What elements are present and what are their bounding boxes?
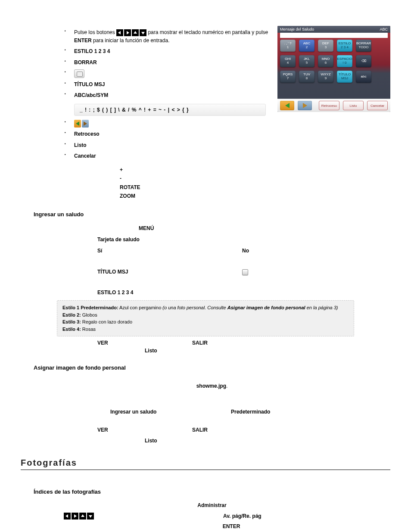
svg-marker-4 [65, 514, 68, 518]
s1-em1: (o una foto personal. Consulte [162, 305, 227, 310]
text: Pulse los botones [74, 29, 116, 35]
backspace-icon [74, 69, 84, 78]
tarjeta-label: Tarjeta de saludo [97, 236, 140, 243]
svg-marker-7 [89, 515, 92, 518]
minus-label: - [120, 174, 390, 183]
text: para iniciar la función de entrada. [93, 37, 169, 44]
mini-nav-icons [74, 120, 89, 128]
osd-btn-retroceso[interactable]: Retroceso [319, 101, 339, 110]
salir-label: SALIR [192, 340, 208, 346]
svg-marker-6 [81, 514, 84, 517]
plus-label: + [120, 165, 390, 174]
s4-text: Rosas [81, 327, 96, 332]
symbol-row: _ ! : ; $ ( ) [ ] \ & / % ^ ! + = ~ - | … [74, 104, 266, 116]
bullet-estilo: ESTILO 1 2 3 4 [65, 47, 390, 56]
zoom-label: ZOOM [120, 192, 390, 200]
heading-ingresar-saludo: Ingresar un saludo [34, 210, 390, 219]
si-label: Sí [97, 248, 102, 254]
listo-label: Listo [145, 348, 157, 354]
arrow-up-icon [132, 29, 139, 36]
label: Cancelar [74, 153, 96, 159]
heading-asignar-fondo: Asignar imagen de fondo personal [34, 363, 390, 373]
s1-text: Azul con pergamino [118, 305, 163, 310]
arrow-left-icon [64, 513, 71, 520]
svg-marker-0 [118, 31, 121, 34]
heading-indices: Índices de las fotografías [34, 487, 390, 497]
enter-label: ENTER [74, 37, 92, 44]
s2-text: Globos [81, 312, 97, 317]
bullet-retroceso: Retroceso [65, 130, 390, 138]
s3-label: Estilo 3: [62, 319, 81, 324]
s3-text: Regalo con lazo dorado [81, 319, 132, 324]
menu-label: MENÚ [139, 225, 154, 231]
file-name: showme.jpg [196, 383, 226, 389]
label: ABC/abc/SYM [74, 92, 108, 98]
label: ESTILO 1 2 3 4 [74, 48, 110, 54]
arrow-left-icon [116, 29, 123, 36]
osd-btn-cancelar[interactable]: Cancelar [367, 101, 388, 110]
arrow-left-right-up-down-icons [116, 29, 146, 36]
salir2-label: SALIR [192, 427, 208, 433]
arrow-right-icon [72, 513, 78, 520]
ver2-label: VER [97, 427, 108, 433]
rotate-label: ROTATE [120, 183, 390, 192]
section-fotografias: Fotografías [21, 458, 390, 470]
bullet-mini-nav [65, 119, 390, 128]
avre-label: Av. pág/Re. pág [223, 513, 262, 519]
enter-label-2: ENTER [223, 523, 240, 529]
bullet-borrar: BORRAR [65, 59, 390, 67]
s4-label: Estilo 4: [62, 327, 81, 332]
osd-btn-listo[interactable]: Listo [343, 101, 364, 110]
no-label: No [242, 248, 249, 254]
s2-label: Estilo 2: [62, 312, 81, 317]
bullet-abc: ABC/abc/SYM [65, 91, 390, 100]
bullet-titulo-msj: TÍTULO MSJ [65, 81, 390, 89]
arrow-down-icon [140, 29, 146, 36]
s1-em2: en la página 3) [305, 305, 338, 310]
label: Retroceso [74, 131, 100, 137]
pill-icon [242, 269, 248, 275]
arrow-down-icon [87, 513, 94, 520]
titulo-msj-label: TÍTULO MSJ [97, 269, 128, 275]
bullet-listo: Listo [65, 141, 390, 149]
label: BORRAR [74, 59, 97, 65]
s1-label: Estilo 1 Predeterminado: [62, 305, 118, 310]
mini-nav-left-icon [74, 120, 81, 128]
svg-marker-1 [127, 31, 129, 34]
svg-marker-2 [134, 31, 137, 34]
administrar-label: Administrar [197, 502, 226, 508]
osd-nav-left[interactable] [280, 101, 294, 110]
label: Listo [74, 142, 87, 148]
osd-nav-right[interactable] [298, 101, 312, 110]
s1-em-bold: Asignar imagen de fondo personal [227, 305, 305, 310]
arrow-up-icon [79, 513, 86, 520]
bullet-enter: Pulse los botones para mostrar el teclad… [65, 28, 390, 45]
svg-marker-5 [74, 514, 77, 518]
label: TÍTULO MSJ [74, 81, 105, 87]
bullet-backspace-icon [65, 69, 390, 78]
mini-nav-right-icon [82, 120, 89, 128]
bullet-cancelar: Cancelar [65, 152, 390, 160]
text: para mostrar el teclado numérico en pant… [148, 29, 268, 35]
arrow-set-2 [64, 513, 94, 520]
arrow-right-icon [124, 29, 131, 36]
ingresar-label: Ingresar un saludo [110, 409, 156, 415]
ver-label: VER [97, 340, 108, 346]
style-note-box: Estilo 1 Predeterminado: Azul con pergam… [57, 300, 354, 336]
rotate-zoom-block: + - ROTATE ZOOM [120, 165, 390, 201]
svg-marker-3 [141, 32, 145, 34]
estilo-label: ESTILO 1 2 3 4 [97, 289, 133, 296]
predeterminado-label: Predeterminado [231, 409, 270, 415]
listo2-label: Listo [145, 438, 157, 444]
